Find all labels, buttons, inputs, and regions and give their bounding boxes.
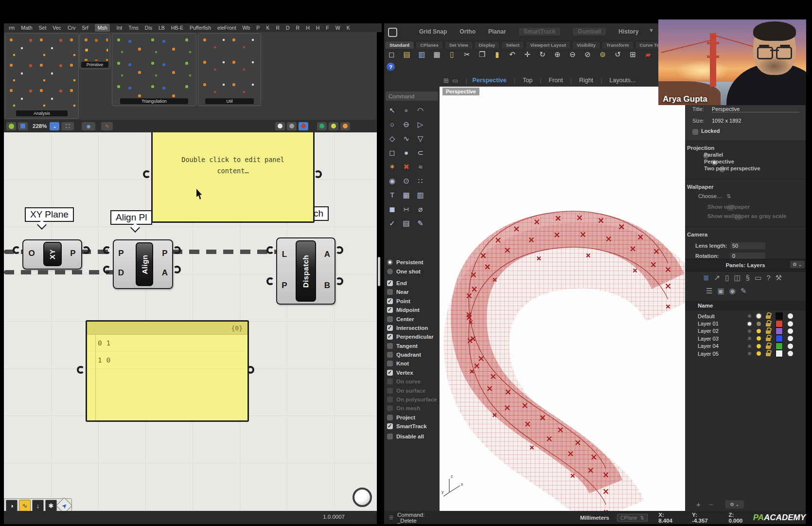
gh-component-capsule[interactable]: Align: [136, 242, 153, 286]
tool-icon[interactable]: ✖: [399, 160, 413, 174]
layer-name[interactable]: Layer 01: [698, 321, 745, 326]
wire-grip[interactable]: [13, 246, 20, 254]
rotation-value[interactable]: 0: [730, 253, 765, 259]
layer-name[interactable]: Layer 04: [698, 343, 745, 349]
viewport-tab[interactable]: Front: [532, 77, 563, 84]
current-layer-dot[interactable]: [748, 314, 751, 318]
tool-icon[interactable]: ▥: [413, 188, 427, 202]
gh-quick-button[interactable]: ◑: [6, 500, 18, 511]
toolbar-icon[interactable]: ⊘: [582, 49, 593, 60]
locked-checkbox[interactable]: [692, 129, 698, 135]
gh-menu-item[interactable]: eleFront: [217, 25, 236, 31]
component-icons[interactable]: [114, 36, 194, 98]
gh-menu-item[interactable]: Set: [39, 25, 47, 31]
osnap-checkbox[interactable]: [387, 415, 393, 420]
osnap-option[interactable]: Tangent: [387, 342, 437, 350]
gh-display-sphere-button[interactable]: [287, 122, 297, 130]
toolbar-tab[interactable]: Display: [474, 41, 500, 49]
gh-zoom-dropdown[interactable]: ⌄: [50, 122, 59, 130]
gh-display-green-button[interactable]: [317, 122, 327, 130]
toolbar-tab[interactable]: Standard: [385, 41, 414, 49]
current-layer-dot[interactable]: [748, 337, 751, 340]
toolbar-tab[interactable]: Viewport Layout: [525, 41, 571, 49]
layer-material-circle[interactable]: [788, 351, 793, 356]
wire-grip[interactable]: [82, 246, 90, 254]
gh-menu-item[interactable]: Srf: [82, 25, 88, 31]
panel-tab-icon[interactable]: ▣: [717, 287, 724, 295]
palette-group-label[interactable]: Primitive: [81, 62, 108, 68]
port-input-D[interactable]: D: [116, 268, 126, 278]
rhino-window-icon[interactable]: [388, 28, 397, 37]
toolbar-icon[interactable]: ✂: [461, 49, 473, 60]
cplane-dropdown[interactable]: CPlane⇅: [617, 514, 648, 522]
gh-panel-data[interactable]: {0} 0 1 1 0: [86, 320, 249, 422]
gh-scrollbar[interactable]: [378, 257, 380, 286]
osnap-option[interactable]: Midpoint: [387, 306, 437, 314]
gh-canvas[interactable]: O XY P P D Align P A L P Dispatch A B: [4, 132, 377, 511]
gh-quick-button[interactable]: ↓: [32, 500, 44, 511]
gh-component-capsule[interactable]: XY: [43, 242, 62, 266]
layer-visibility-bulb-icon[interactable]: [757, 351, 761, 356]
component-icons[interactable]: [7, 36, 76, 110]
wire-grip[interactable]: [173, 266, 181, 273]
add-layer-button[interactable]: +: [696, 500, 701, 508]
layer-material-circle[interactable]: [788, 328, 793, 334]
gh-quick-button[interactable]: ∿: [19, 500, 31, 511]
toolbar-tab[interactable]: Visibility: [572, 41, 600, 49]
port-input-O[interactable]: O: [26, 249, 37, 258]
tool-icon[interactable]: ≈: [413, 160, 427, 174]
osnap-checkbox[interactable]: [387, 352, 393, 358]
panel-tab-icon[interactable]: ☰: [706, 287, 712, 295]
gh-menu-item[interactable]: R: [296, 25, 300, 31]
tool-icon[interactable]: ⌀: [413, 202, 427, 216]
layer-material-circle[interactable]: [788, 321, 793, 326]
osnap-option[interactable]: On surface: [387, 386, 437, 395]
port-input-P[interactable]: P: [279, 281, 290, 290]
osnap-option[interactable]: Near: [387, 288, 437, 296]
layer-lock-icon[interactable]: [766, 323, 771, 326]
current-layer-dot[interactable]: [748, 352, 751, 355]
toolbar-icon[interactable]: ⊕: [552, 49, 563, 60]
panel-tab-icon[interactable]: ✎: [741, 287, 747, 295]
gh-menu-item[interactable]: W: [335, 25, 340, 31]
wallpaper-choose-dropdown[interactable]: Choose… ⇅: [698, 193, 731, 200]
component-icons[interactable]: [200, 36, 259, 98]
osnap-checkbox[interactable]: [387, 259, 393, 265]
remove-layer-button[interactable]: −: [709, 500, 713, 508]
parallel-label[interactable]: Parallel: [704, 152, 723, 158]
gh-quick-button[interactable]: ➤: [56, 497, 72, 511]
wire-grip[interactable]: [314, 170, 322, 178]
osnap-checkbox[interactable]: [387, 388, 393, 394]
rhino-toggle[interactable]: Gumball: [573, 28, 606, 36]
layer-visibility-bulb-icon[interactable]: [757, 336, 761, 341]
gh-menu-item[interactable]: Math: [21, 25, 32, 31]
layer-color-swatch[interactable]: [776, 343, 783, 350]
layer-name[interactable]: Layer 03: [698, 336, 745, 342]
layer-material-circle[interactable]: [788, 336, 793, 341]
osnap-option[interactable]: Knot: [387, 359, 437, 368]
gh-menu-item[interactable]: R: [276, 25, 280, 31]
gh-save-button[interactable]: [18, 122, 28, 130]
port-input-L[interactable]: L: [279, 250, 290, 259]
toolbar-tab[interactable]: Select: [501, 41, 524, 49]
gh-menu-item[interactable]: HB-E: [171, 25, 183, 31]
layer-material-circle[interactable]: [788, 344, 793, 349]
gh-panel-note[interactable]: Double click to edit panel content…: [151, 132, 315, 223]
gh-menu-item[interactable]: Int: [116, 25, 122, 31]
rhino-toggle[interactable]: History: [618, 28, 638, 35]
tool-icon[interactable]: ●: [399, 145, 413, 160]
gh-open-button[interactable]: [6, 122, 16, 130]
gh-compass-widget[interactable]: [353, 488, 372, 507]
port-output-A[interactable]: A: [322, 250, 333, 259]
layer-color-swatch[interactable]: [776, 312, 783, 320]
osnap-option[interactable]: Persistent: [387, 258, 437, 267]
panel-tab-icon[interactable]: ◫: [734, 273, 741, 282]
layer-visibility-bulb-icon[interactable]: [757, 314, 761, 318]
viewport-name-label[interactable]: Perspective: [442, 88, 479, 95]
gh-menu-item[interactable]: LB: [159, 25, 165, 31]
panel-tab-icon[interactable]: ≣: [703, 273, 709, 282]
osnap-option[interactable]: On polysurface: [387, 395, 437, 404]
layer-row[interactable]: Layer 03: [685, 335, 806, 342]
toolbar-icon[interactable]: ↺: [612, 49, 623, 60]
toolbar-tab[interactable]: Set View: [444, 41, 473, 49]
